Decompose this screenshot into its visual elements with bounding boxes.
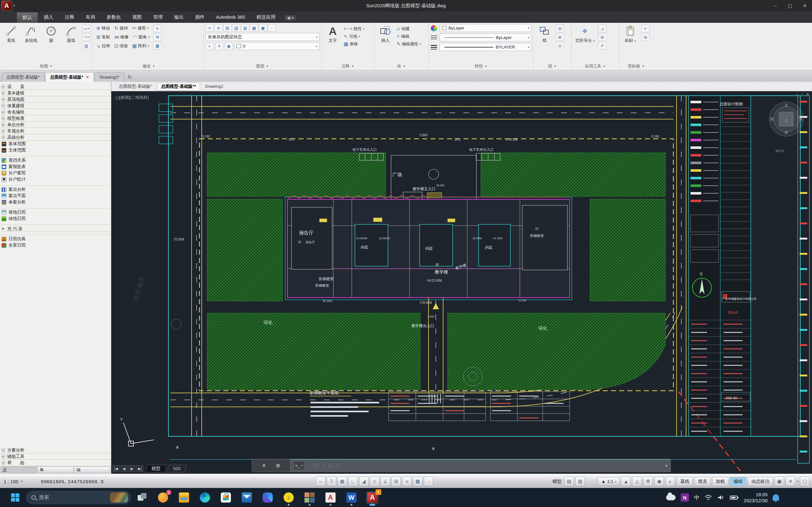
start-button[interactable] xyxy=(9,491,21,504)
ellipse-tool-icon[interactable]: ⬭ ▾ xyxy=(82,33,90,41)
text-tool[interactable]: A 文字 xyxy=(323,24,342,62)
sidebar-group-单总分析[interactable]: ▸单总分析 xyxy=(1,122,110,128)
sidebar-group-光污染[interactable]: ▶光 污 染 xyxy=(1,226,110,232)
panel-label-layers[interactable]: 图层▼ xyxy=(204,62,321,70)
status-toggle-动态标注[interactable]: 动态标注 xyxy=(748,477,773,486)
maximize-button[interactable]: ▢ xyxy=(783,0,798,11)
quick-select-icon[interactable]: ⊿ xyxy=(598,25,606,32)
sidebar-item-window-point-analysis[interactable]: 窗点分析 xyxy=(1,186,110,193)
sidebar-item-window-point-plan[interactable]: 窗点平面 xyxy=(1,193,110,199)
sidebar-item-household-stats[interactable]: 分户统计 xyxy=(1,176,110,182)
linetype-dropdown[interactable]: ByLayer▾ xyxy=(440,34,531,42)
edge-taskbar-button[interactable] xyxy=(199,491,211,504)
widgets-taskbar-button[interactable]: 1 xyxy=(157,491,169,504)
ribbon-tab-精选应用[interactable]: 精选应用 xyxy=(251,12,281,23)
cut-icon[interactable]: ✂ xyxy=(641,25,650,32)
status-toggle-编组[interactable]: 编组 xyxy=(730,477,746,486)
word-taskbar-button[interactable]: W xyxy=(345,491,358,504)
ortho-mode-toggle[interactable]: ∟ xyxy=(348,476,358,486)
wifi-icon[interactable] xyxy=(705,494,712,501)
sun-cad-taskbar-button[interactable]: A✦ xyxy=(366,491,379,504)
ribbon-tab-布局[interactable]: 布局 xyxy=(80,12,101,23)
panel-label-utilities[interactable]: 实用工具▼ xyxy=(571,62,619,70)
drawing-tab[interactable]: Drawing2 xyxy=(201,83,227,90)
command-recent-icon[interactable]: ▴ xyxy=(665,463,667,467)
sidebar-group-常规分析[interactable]: ▸常规分析 xyxy=(1,128,110,134)
task-view-taskbar-button[interactable] xyxy=(136,491,148,504)
panel-label-draw[interactable]: 绘图▼ xyxy=(0,62,92,70)
status-toggle-基线[interactable]: 基线 xyxy=(676,477,693,486)
line-tool[interactable]: 直线 xyxy=(2,24,20,62)
object-color-icon[interactable] xyxy=(431,25,437,32)
store-taskbar-button[interactable] xyxy=(219,491,232,504)
dimension-linear-button[interactable]: ⊢⊣线性▾ xyxy=(344,26,364,32)
expand-icon[interactable]: ▸ xyxy=(1,116,5,120)
sidebar-item-sunlight-simulation[interactable]: 日照仿真 xyxy=(1,236,110,242)
panel-label-group[interactable]: 组▼ xyxy=(534,62,571,70)
layer-lock-icon[interactable]: ◉ xyxy=(224,43,233,50)
sidebar-group-help[interactable]: ▸帮 助 xyxy=(1,460,110,466)
sidebar-group-基本建模[interactable]: ▸基本建模 xyxy=(1,90,110,96)
volume-icon[interactable] xyxy=(717,494,725,501)
infer-constraints-toggle[interactable]: ⌐ xyxy=(316,476,325,486)
hatch-tool-icon[interactable]: ▨ xyxy=(82,42,90,49)
command-prompt-icon[interactable]: >_▾ xyxy=(293,461,304,470)
command-input[interactable]: 键入命令 xyxy=(312,461,342,470)
expand-icon[interactable]: ▸ xyxy=(1,123,5,127)
file-tab-close-icon[interactable]: ✕ xyxy=(86,75,90,79)
annotation-scale-control[interactable]: ▲ 1:1 ▾ xyxy=(598,477,619,486)
polyline-tool[interactable]: 多段线 xyxy=(22,24,40,62)
expand-icon[interactable]: ▶ xyxy=(1,227,5,231)
ungroup-icon[interactable]: ⊟ xyxy=(556,25,564,32)
clean-screen-bulb-icon[interactable]: ☀ xyxy=(786,476,795,486)
sidebar-item-object-range[interactable]: 客体范围 xyxy=(1,141,110,147)
panel-label-properties[interactable]: 特性▼ xyxy=(429,62,533,70)
sidebar-item-single-window-analysis[interactable]: 单窗分析 xyxy=(1,199,110,205)
layer-state-dropdown[interactable]: 未保存的图层状态▾ xyxy=(206,33,319,41)
modify-镜像-button[interactable]: ⋈镜像 xyxy=(113,33,131,41)
sidebar-item-window-report[interactable]: 窗报批表 xyxy=(1,164,110,170)
transparency-toggle[interactable]: ▩ xyxy=(413,476,422,486)
ribbon-tab-参数化[interactable]: 参数化 xyxy=(101,12,126,23)
viewcube-label[interactable]: 上 xyxy=(785,118,788,122)
ribbon-display-toggle[interactable]: ▣ ▾ xyxy=(285,15,296,21)
isometric-drafting-toggle[interactable]: ◇ xyxy=(370,476,379,486)
drawing-tab[interactable]: 总图模型-基础版** xyxy=(157,82,200,91)
layer-on-icon[interactable]: ◐ xyxy=(206,43,214,50)
layer-tool-1-icon[interactable]: ⊜ xyxy=(214,24,223,32)
panel-label-modify[interactable]: 修改▼ xyxy=(93,62,203,70)
panel-label-block[interactable]: 块▼ xyxy=(374,62,428,70)
scale-control[interactable]: 1 : 100▼ xyxy=(4,479,23,484)
onenote-icon[interactable]: N xyxy=(681,493,689,502)
layout-icon[interactable]: ▤ xyxy=(564,476,574,486)
block-edit-button[interactable]: ⚡编辑 xyxy=(397,34,421,39)
last-layout-button[interactable]: ▶| xyxy=(136,465,143,472)
office-taskbar-button[interactable] xyxy=(261,491,274,504)
modify-缩放-button[interactable]: ⊡缩放 xyxy=(113,42,130,50)
group-select-icon[interactable]: ⊡ xyxy=(556,42,564,49)
lock-ui-icon[interactable]: ◉ xyxy=(654,476,664,486)
first-layout-button[interactable]: |◀ xyxy=(113,465,119,472)
expand-icon[interactable]: ▸ xyxy=(1,84,5,89)
lineweight-toggle[interactable]: ≡ xyxy=(402,476,412,486)
modify-移动-button[interactable]: ⊕移动 xyxy=(95,24,112,32)
app-logo-icon[interactable]: A xyxy=(1,1,12,11)
snap-mode-toggle[interactable]: ⠿ xyxy=(327,476,336,486)
settings-gear-icon[interactable]: ⚙ xyxy=(643,476,653,486)
sidebar-item-subject-range[interactable]: 主体范围 xyxy=(1,147,110,153)
layer-tool-7-icon[interactable]: ◌ xyxy=(268,24,276,32)
close-button[interactable]: ✕ xyxy=(798,0,812,11)
sidebar-group-高级分析[interactable]: ▾高级分析 xyxy=(1,134,110,141)
grid-display-toggle[interactable]: ▦ xyxy=(338,476,347,486)
layout2-icon[interactable]: ▥ xyxy=(575,476,585,486)
paste-tool[interactable]: 粘贴 ▾ xyxy=(621,24,640,62)
measure-tool[interactable]: ⌖ 定距等分 ▾ xyxy=(573,24,596,62)
modify-修剪-button[interactable]: ✂修剪▾ xyxy=(131,24,150,32)
circle-tool[interactable]: 圆 xyxy=(42,24,60,62)
command-customize-icon[interactable]: ⚙ xyxy=(275,463,280,469)
modify-圆角-button[interactable]: ◠圆角▾ xyxy=(131,33,152,41)
sidebar-mode-tab-单[interactable]: 单 xyxy=(38,466,73,473)
status-toggle-填充[interactable]: 填充 xyxy=(694,477,711,486)
rectangle-tool-icon[interactable]: ▭ ▾ xyxy=(82,25,90,32)
match-properties-icon[interactable]: ✎ xyxy=(153,25,161,32)
